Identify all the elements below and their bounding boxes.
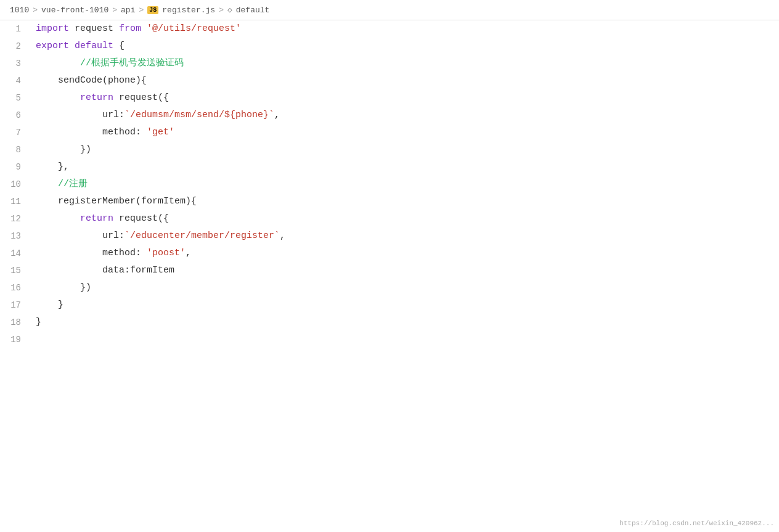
code-line-6: 6 url:`/edumsm/msm/send/${phone}`, — [0, 107, 779, 124]
token: 'poost' — [147, 248, 186, 258]
token: //根据手机号发送验证码 — [36, 58, 184, 68]
line-content-10[interactable]: //注册 — [31, 176, 779, 193]
token: registerMember(formItem){ — [36, 196, 197, 207]
token: import — [36, 23, 69, 34]
line-content-3[interactable]: //根据手机号发送验证码 — [31, 55, 779, 72]
symbol-icon: ◇ — [227, 5, 232, 15]
line-number-6: 6 — [0, 107, 31, 124]
breadcrumb-part-1[interactable]: 1010 — [10, 6, 29, 15]
breadcrumb-part-5[interactable]: default — [236, 6, 270, 15]
line-number-3: 3 — [0, 55, 31, 72]
code-line-7: 7 method: 'get' — [0, 124, 779, 141]
line-content-5[interactable]: return request({ — [31, 89, 779, 107]
token: request — [69, 23, 119, 34]
code-line-10: 10 //注册 — [0, 176, 779, 193]
line-content-7[interactable]: method: 'get' — [31, 124, 779, 141]
line-number-14: 14 — [0, 245, 31, 262]
token: from — [119, 23, 141, 34]
breadcrumb-sep-2: > — [112, 6, 117, 15]
breadcrumb-sep-3: > — [139, 6, 144, 15]
line-number-8: 8 — [0, 141, 31, 158]
breadcrumb-part-3[interactable]: api — [121, 6, 135, 15]
token: { — [113, 41, 124, 51]
line-number-5: 5 — [0, 89, 31, 107]
code-line-12: 12 return request({ — [0, 210, 779, 227]
line-content-14[interactable]: method: 'poost', — [31, 245, 779, 262]
line-number-10: 10 — [0, 176, 31, 193]
line-number-16: 16 — [0, 279, 31, 297]
code-line-5: 5 return request({ — [0, 89, 779, 107]
token: sendCode(phone){ — [36, 75, 147, 86]
line-content-8[interactable]: }) — [31, 141, 779, 158]
token: 'get' — [147, 127, 174, 137]
token — [36, 213, 80, 224]
line-content-17[interactable]: } — [31, 297, 779, 314]
breadcrumb-part-2[interactable]: vue-front-1010 — [41, 6, 108, 15]
token: return — [80, 213, 113, 224]
token: } — [36, 317, 41, 327]
token: , — [280, 231, 285, 241]
token: export — [36, 41, 69, 51]
line-number-13: 13 — [0, 227, 31, 245]
line-content-18[interactable]: } — [31, 314, 779, 331]
line-number-11: 11 — [0, 193, 31, 210]
token: method: — [36, 248, 147, 258]
token: request({ — [113, 92, 169, 103]
token: }, — [36, 162, 69, 172]
token: request({ — [113, 213, 169, 224]
code-line-8: 8 }) — [0, 141, 779, 158]
line-content-6[interactable]: url:`/edumsm/msm/send/${phone}`, — [31, 107, 779, 124]
breadcrumb-sep-4: > — [219, 6, 224, 15]
token: }) — [36, 144, 91, 155]
line-number-7: 7 — [0, 124, 31, 141]
line-content-4[interactable]: sendCode(phone){ — [31, 72, 779, 89]
line-content-13[interactable]: url:`/educenter/member/register`, — [31, 227, 779, 245]
line-number-17: 17 — [0, 297, 31, 314]
line-content-12[interactable]: return request({ — [31, 210, 779, 227]
line-number-9: 9 — [0, 158, 31, 176]
breadcrumb-part-4[interactable]: register.js — [162, 6, 215, 15]
token — [36, 92, 80, 103]
line-number-1: 1 — [0, 20, 31, 38]
token: `/edumsm/msm/send/${phone}` — [124, 110, 274, 120]
code-line-18: 18} — [0, 314, 779, 331]
token: `/educenter/member/register` — [124, 231, 280, 241]
code-editor: 1import request from '@/utils/request'2e… — [0, 20, 779, 348]
code-line-13: 13 url:`/educenter/member/register`, — [0, 227, 779, 245]
line-number-18: 18 — [0, 314, 31, 331]
token: //注册 — [36, 179, 88, 189]
line-number-15: 15 — [0, 262, 31, 279]
code-line-19: 19 — [0, 331, 779, 348]
line-content-2[interactable]: export default { — [31, 38, 779, 55]
token: url: — [36, 110, 124, 120]
breadcrumb: 1010 > vue-front-1010 > api > JS registe… — [0, 0, 779, 20]
code-line-4: 4 sendCode(phone){ — [0, 72, 779, 89]
code-line-14: 14 method: 'poost', — [0, 245, 779, 262]
line-number-2: 2 — [0, 38, 31, 55]
line-content-1[interactable]: import request from '@/utils/request' — [31, 20, 779, 38]
line-content-15[interactable]: data:formItem — [31, 262, 779, 279]
code-line-9: 9 }, — [0, 158, 779, 176]
token: method: — [36, 127, 147, 137]
line-content-11[interactable]: registerMember(formItem){ — [31, 193, 779, 210]
token: , — [186, 248, 191, 258]
line-number-12: 12 — [0, 210, 31, 227]
token: return — [80, 92, 113, 103]
token: } — [36, 300, 63, 310]
token: , — [274, 110, 280, 120]
token — [141, 23, 147, 34]
token: '@/utils/request' — [147, 23, 241, 34]
line-content-9[interactable]: }, — [31, 158, 779, 176]
line-content-16[interactable]: }) — [31, 279, 779, 297]
line-number-4: 4 — [0, 72, 31, 89]
line-number-19: 19 — [0, 331, 31, 348]
token: url: — [36, 231, 124, 241]
code-line-2: 2export default { — [0, 38, 779, 55]
code-line-3: 3 //根据手机号发送验证码 — [0, 55, 779, 72]
breadcrumb-sep-1: > — [33, 6, 38, 15]
token: }) — [36, 282, 91, 293]
code-line-17: 17 } — [0, 297, 779, 314]
token: data:formItem — [36, 265, 174, 276]
token — [69, 41, 75, 51]
code-line-16: 16 }) — [0, 279, 779, 297]
